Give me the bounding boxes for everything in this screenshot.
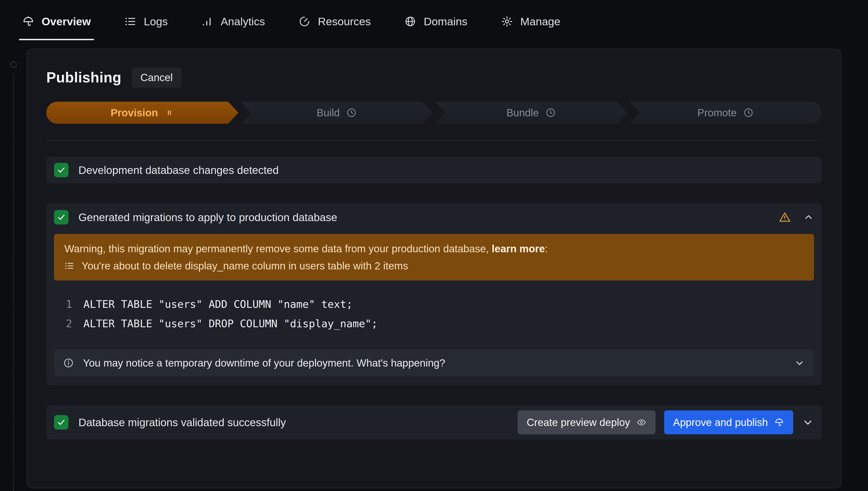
stage-provision: Provision — [46, 102, 239, 124]
tab-logs[interactable]: Logs — [124, 0, 168, 43]
stage-label: Provision — [111, 107, 158, 119]
clock-icon — [346, 107, 357, 118]
stage-label: Bundle — [506, 107, 539, 119]
warning-text: Warning, this migration may permanently … — [64, 242, 804, 256]
downtime-info-row[interactable]: You may notice a temporary downtime of y… — [54, 350, 814, 376]
list-icon — [64, 261, 74, 271]
chevron-down-icon[interactable] — [802, 416, 814, 428]
migration-warning-banner: Warning, this migration may permanently … — [54, 234, 814, 281]
tab-label: Domains — [424, 15, 467, 28]
stage-promote: Promote — [629, 102, 822, 124]
tab-overview[interactable]: Overview — [22, 0, 91, 43]
eye-icon — [636, 417, 647, 427]
umbrella-icon — [22, 16, 34, 28]
page-title: Publishing — [46, 69, 121, 86]
publishing-header: Publishing Cancel — [46, 67, 822, 88]
line-number: 2 — [61, 314, 72, 334]
cancel-button[interactable]: Cancel — [132, 67, 181, 88]
check-icon — [54, 415, 69, 430]
warning-detail: You're about to delete display_name colu… — [64, 260, 804, 272]
tab-resources[interactable]: Resources — [298, 0, 371, 43]
top-nav: Overview Logs Analytics Resources — [0, 0, 868, 43]
tab-analytics[interactable]: Analytics — [201, 0, 265, 43]
code-line: 2 ALTER TABLE "users" DROP COLUMN "displ… — [61, 314, 814, 334]
clock-icon — [545, 107, 556, 118]
gear-icon — [501, 16, 513, 28]
create-preview-deploy-button[interactable]: Create preview deploy — [518, 410, 655, 434]
check-icon — [54, 163, 69, 177]
migration-sql-code: 1 ALTER TABLE "users" ADD COLUMN "name" … — [46, 281, 822, 337]
status-text: Development database changes detected — [78, 164, 279, 176]
status-text: Generated migrations to apply to product… — [78, 211, 337, 224]
code-text: ALTER TABLE "users" DROP COLUMN "display… — [83, 314, 378, 334]
gauge-icon — [298, 16, 310, 28]
stage-label: Promote — [697, 107, 737, 119]
tab-label: Logs — [144, 15, 168, 28]
status-text: Database migrations validated successful… — [78, 416, 286, 429]
learn-more-link[interactable]: learn more — [492, 243, 545, 255]
chevron-up-icon[interactable] — [803, 212, 814, 223]
approve-and-publish-button[interactable]: Approve and publish — [664, 410, 793, 434]
globe-icon — [404, 16, 416, 28]
timeline-rail — [13, 74, 14, 491]
stage-bundle: Bundle — [435, 102, 627, 124]
tab-label: Overview — [42, 15, 91, 28]
tab-manage[interactable]: Manage — [501, 0, 560, 43]
list-icon — [124, 16, 137, 28]
stage-progress: Provision Build Bundle — [46, 102, 822, 124]
pause-icon — [164, 108, 174, 118]
stage-label: Build — [317, 107, 340, 119]
tab-label: Manage — [520, 15, 560, 28]
check-icon — [54, 210, 69, 225]
bar-chart-icon — [201, 16, 213, 28]
publishing-panel: Publishing Cancel Provision Build Bundle — [26, 49, 842, 488]
tab-label: Resources — [318, 15, 371, 28]
warning-triangle-icon — [779, 211, 791, 223]
info-icon — [63, 357, 74, 368]
divider — [46, 140, 822, 141]
stage-build: Build — [241, 102, 433, 124]
code-text: ALTER TABLE "users" ADD COLUMN "name" te… — [83, 294, 353, 314]
status-row-db-changes: Development database changes detected — [46, 157, 822, 183]
tab-label: Analytics — [221, 15, 265, 28]
info-text: You may notice a temporary downtime of y… — [83, 357, 445, 369]
umbrella-icon — [774, 417, 784, 427]
timeline-node-icon — [10, 61, 17, 68]
chevron-down-icon[interactable] — [794, 357, 805, 368]
line-number: 1 — [61, 294, 72, 314]
migrations-group: Generated migrations to apply to product… — [46, 203, 822, 385]
status-row-migrations[interactable]: Generated migrations to apply to product… — [46, 203, 822, 231]
clock-icon — [743, 107, 754, 118]
tab-domains[interactable]: Domains — [404, 0, 467, 43]
status-row-validated: Database migrations validated successful… — [46, 405, 822, 439]
code-line: 1 ALTER TABLE "users" ADD COLUMN "name" … — [61, 294, 814, 314]
